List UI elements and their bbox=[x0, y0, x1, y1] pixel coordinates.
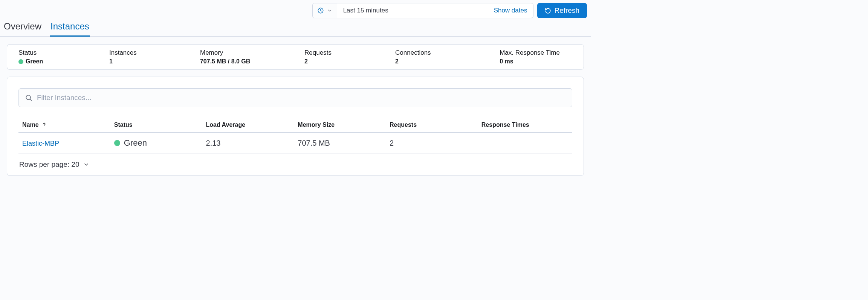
sort-asc-icon bbox=[42, 122, 47, 128]
cell-response bbox=[478, 132, 572, 154]
svg-line-2 bbox=[30, 99, 31, 100]
top-toolbar: Last 15 minutes Show dates Refresh bbox=[0, 0, 591, 21]
date-quick-select[interactable] bbox=[313, 3, 337, 18]
stat-label: Max. Response Time bbox=[500, 49, 572, 57]
col-header-load[interactable]: Load Average bbox=[202, 118, 294, 132]
cell-memory: 707.5 MB bbox=[294, 132, 386, 154]
stat-label: Memory bbox=[200, 49, 304, 57]
date-range-picker[interactable]: Last 15 minutes Show dates bbox=[312, 3, 534, 18]
col-header-requests[interactable]: Requests bbox=[386, 118, 478, 132]
cell-status-text: Green bbox=[124, 138, 147, 148]
instances-table: Name Status Load Average Memory Size Req… bbox=[18, 118, 572, 154]
show-dates-button[interactable]: Show dates bbox=[488, 3, 533, 18]
col-header-memory[interactable]: Memory Size bbox=[294, 118, 386, 132]
tab-overview[interactable]: Overview bbox=[3, 21, 42, 37]
col-header-label: Name bbox=[22, 122, 39, 128]
chevron-down-icon bbox=[83, 162, 89, 168]
filter-wrapper[interactable] bbox=[18, 88, 572, 107]
search-icon bbox=[25, 94, 32, 102]
stats-panel: Status Green Instances 1 Memory 707.5 MB… bbox=[7, 44, 584, 70]
stat-label: Requests bbox=[304, 49, 395, 57]
stat-value: 2 bbox=[395, 58, 500, 65]
stat-label: Instances bbox=[109, 49, 200, 57]
stat-value: 1 bbox=[109, 58, 200, 65]
stat-value: 0 ms bbox=[500, 58, 572, 65]
stat-connections: Connections 2 bbox=[395, 49, 500, 65]
table-row: Elastic-MBP Green 2.13 707.5 MB 2 bbox=[18, 132, 572, 154]
stat-value: 2 bbox=[304, 58, 395, 65]
tabs: Overview Instances bbox=[0, 21, 591, 37]
date-range-text[interactable]: Last 15 minutes bbox=[337, 3, 488, 18]
cell-load: 2.13 bbox=[202, 132, 294, 154]
stat-label: Status bbox=[18, 49, 109, 57]
rows-per-page-label: Rows per page: 20 bbox=[19, 160, 79, 169]
col-header-name[interactable]: Name bbox=[18, 118, 110, 132]
instance-link[interactable]: Elastic-MBP bbox=[22, 140, 59, 147]
stat-max-response: Max. Response Time 0 ms bbox=[500, 49, 572, 65]
stat-status-text: Green bbox=[26, 58, 43, 65]
cell-requests: 2 bbox=[386, 132, 478, 154]
cell-name: Elastic-MBP bbox=[18, 132, 110, 154]
stat-value: Green bbox=[18, 58, 109, 65]
stat-instances: Instances 1 bbox=[109, 49, 200, 65]
rows-per-page-select[interactable]: Rows per page: 20 bbox=[18, 154, 572, 169]
stat-status: Status Green bbox=[18, 49, 109, 65]
tab-instances[interactable]: Instances bbox=[50, 21, 90, 37]
refresh-icon bbox=[545, 8, 551, 14]
instances-panel: Name Status Load Average Memory Size Req… bbox=[7, 77, 584, 176]
status-dot-icon bbox=[18, 59, 23, 64]
refresh-label: Refresh bbox=[554, 6, 579, 15]
cell-status: Green bbox=[110, 132, 202, 154]
stat-label: Connections bbox=[395, 49, 500, 57]
refresh-button[interactable]: Refresh bbox=[537, 3, 587, 18]
chevron-down-icon bbox=[327, 8, 332, 13]
clock-icon bbox=[317, 7, 324, 14]
col-header-status[interactable]: Status bbox=[110, 118, 202, 132]
filter-input[interactable] bbox=[37, 94, 566, 102]
stat-value: 707.5 MB / 8.0 GB bbox=[200, 58, 304, 65]
status-dot-icon bbox=[114, 140, 120, 146]
col-header-response[interactable]: Response Times bbox=[478, 118, 572, 132]
stat-memory: Memory 707.5 MB / 8.0 GB bbox=[200, 49, 304, 65]
stat-requests: Requests 2 bbox=[304, 49, 395, 65]
